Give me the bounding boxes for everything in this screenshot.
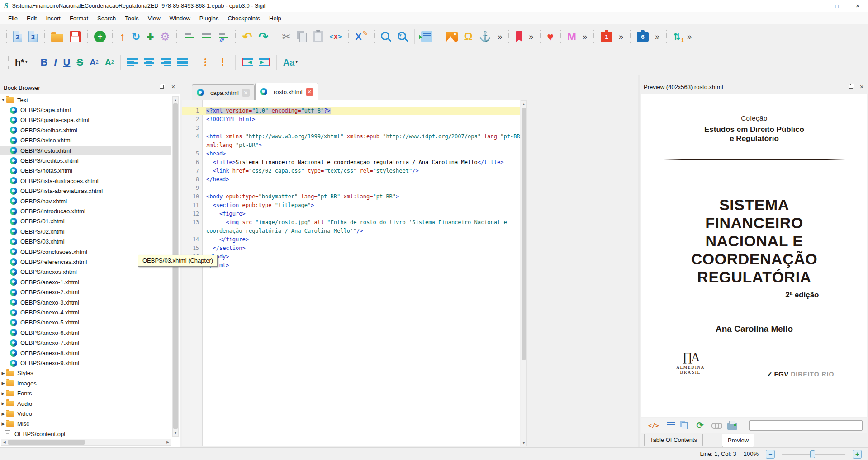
open-folder-icon[interactable] bbox=[51, 34, 63, 42]
overflow-chevron-icon[interactable]: » bbox=[687, 33, 692, 41]
split-at-cursor-icon[interactable] bbox=[184, 32, 194, 42]
close-icon[interactable]: ✕ bbox=[847, 0, 868, 12]
new-epub2-button[interactable]: 2 bbox=[13, 31, 22, 42]
paste-icon[interactable] bbox=[313, 31, 323, 42]
tree-item-oebps-orelhas-xhtml[interactable]: OEBPS/orelhas.xhtml bbox=[0, 125, 171, 135]
menu-insert[interactable]: Insert bbox=[41, 13, 65, 23]
tree-item-oebps-content-opf[interactable]: OEBPS/content.opf bbox=[0, 429, 171, 439]
find-icon[interactable] bbox=[381, 32, 391, 42]
menu-file[interactable]: File bbox=[4, 13, 22, 23]
tree-item-oebps-anexo-1-xhtml[interactable]: OEBPS/anexo-1.xhtml bbox=[0, 277, 171, 287]
tree-item-fonts[interactable]: ▶Fonts bbox=[0, 389, 171, 399]
tree-item-oebps-capa-xhtml[interactable]: OEBPS/capa.xhtml bbox=[0, 105, 171, 115]
print-icon[interactable] bbox=[727, 423, 737, 430]
copy-doc-icon[interactable] bbox=[680, 421, 688, 429]
tree-item-oebps-anexo-9-xhtml[interactable]: OEBPS/anexo-9.xhtml bbox=[0, 358, 171, 368]
collapse-arrow-icon[interactable]: ▶ bbox=[0, 422, 6, 426]
menu-view[interactable]: View bbox=[143, 13, 165, 23]
collapse-arrow-icon[interactable]: ▶ bbox=[0, 371, 6, 376]
scroll-up-arrow-icon[interactable]: ▲ bbox=[521, 101, 526, 107]
new-epub3-button[interactable]: 3 bbox=[28, 31, 38, 42]
overflow-chevron-icon[interactable]: » bbox=[498, 33, 502, 41]
link-icon[interactable] bbox=[711, 422, 722, 428]
cut-icon[interactable]: ✂ bbox=[282, 31, 291, 42]
editor-vscrollbar[interactable]: ▲ ▼ bbox=[521, 100, 527, 446]
dock-close-icon[interactable]: ✕ bbox=[858, 84, 865, 90]
outdent-button[interactable]: ◀ bbox=[242, 58, 253, 66]
tree-item-oebps-introducao-xhtml[interactable]: OEBPS/introducao.xhtml bbox=[0, 206, 171, 216]
preview-input[interactable] bbox=[749, 420, 863, 431]
menu-plugins[interactable]: Plugins bbox=[195, 13, 223, 23]
reports-icon[interactable] bbox=[421, 31, 432, 42]
tree-item-oebps-nav-xhtml[interactable]: OEBPS/nav.xhtml bbox=[0, 196, 171, 206]
copy-icon[interactable] bbox=[297, 31, 307, 42]
scroll-down-arrow-icon[interactable]: ▼ bbox=[173, 430, 178, 436]
tree-item-oebps-lista-ilustracoes-xhtml[interactable]: OEBPS/lista-ilustracoes.xhtml bbox=[0, 176, 171, 186]
select-lines-icon[interactable] bbox=[667, 422, 675, 429]
tab-table-of-contents[interactable]: Table Of Contents bbox=[644, 434, 703, 446]
special-character-icon[interactable]: Ω bbox=[464, 31, 473, 42]
undo-icon[interactable]: ↶ bbox=[242, 31, 252, 42]
book-browser-hscrollbar[interactable]: ◀ ▶ bbox=[1, 439, 171, 446]
tree-item-oebps-rosto-xhtml[interactable]: OEBPS/rosto.xhtml bbox=[0, 146, 171, 155]
tree-item-images[interactable]: ▶Images bbox=[0, 378, 171, 388]
tree-item-oebps-03-xhtml[interactable]: OEBPS/03.xhtml bbox=[0, 237, 171, 247]
expand-arrow-icon[interactable]: ▼ bbox=[0, 98, 6, 102]
insert-plus-icon[interactable]: ✚ bbox=[147, 33, 154, 41]
overflow-chevron-icon[interactable]: » bbox=[583, 33, 587, 41]
indent-button[interactable]: ▶ bbox=[259, 58, 270, 66]
menu-search[interactable]: Search bbox=[93, 13, 120, 23]
overflow-chevron-icon[interactable]: » bbox=[655, 33, 659, 41]
maximize-icon[interactable]: □ bbox=[826, 0, 847, 12]
tree-item-oebps-anexo-5-xhtml[interactable]: OEBPS/anexo-5.xhtml bbox=[0, 318, 171, 328]
tab-close-icon[interactable]: ✕ bbox=[242, 89, 250, 97]
redo-icon[interactable]: ↷ bbox=[259, 31, 269, 42]
tree-item-misc[interactable]: ▶Misc bbox=[0, 419, 171, 429]
tab-preview[interactable]: Preview bbox=[722, 434, 754, 447]
italic-button[interactable]: I bbox=[54, 57, 57, 67]
gear-icon[interactable]: ⚙ bbox=[160, 31, 170, 42]
code-tag-icon[interactable]: <x> bbox=[329, 33, 342, 41]
align-center-button[interactable] bbox=[144, 58, 154, 66]
bold-button[interactable]: B bbox=[41, 57, 48, 67]
change-case-button[interactable]: Aa▾ bbox=[283, 58, 298, 67]
tree-item-oebps-anexo-4-xhtml[interactable]: OEBPS/anexo-4.xhtml bbox=[0, 307, 171, 317]
anchor-icon[interactable]: ⚓ bbox=[479, 32, 491, 42]
underline-button[interactable]: U bbox=[63, 57, 71, 67]
tree-item-oebps-anexo-3-xhtml[interactable]: OEBPS/anexo-3.xhtml bbox=[0, 297, 171, 307]
tree-item-oebps-02-xhtml[interactable]: OEBPS/02.xhtml bbox=[0, 226, 171, 236]
tree-item-text[interactable]: ▼Text bbox=[0, 95, 171, 105]
align-left-button[interactable] bbox=[127, 58, 138, 66]
tree-item-oebps-01-xhtml[interactable]: OEBPS/01.xhtml bbox=[0, 216, 171, 226]
superscript-button[interactable]: A2 bbox=[105, 58, 114, 66]
dock-float-icon[interactable] bbox=[158, 84, 165, 90]
save-icon[interactable] bbox=[70, 31, 81, 42]
scroll-up-arrow-icon[interactable]: ▲ bbox=[173, 97, 178, 103]
collapse-arrow-icon[interactable]: ▶ bbox=[0, 391, 6, 396]
split-marker-icon[interactable]: /// bbox=[218, 32, 229, 42]
tree-item-oebps-lista-abreviaturas-xhtml[interactable]: OEBPS/lista-abreviaturas.xhtml bbox=[0, 186, 171, 196]
menu-help[interactable]: Help bbox=[265, 13, 286, 23]
menu-checkpoints[interactable]: Checkpoints bbox=[223, 13, 265, 23]
tab-rosto-xhtml[interactable]: rosto.xhtml ✕ bbox=[255, 83, 318, 100]
align-right-button[interactable] bbox=[161, 58, 171, 66]
tree-item-oebps-anexos-xhtml[interactable]: OEBPS/anexos.xhtml bbox=[0, 267, 171, 277]
heart-icon[interactable]: ♥ bbox=[547, 31, 554, 42]
tree-item-oebps-creditos-xhtml[interactable]: OEBPS/creditos.xhtml bbox=[0, 155, 171, 165]
add-existing-files-icon[interactable]: + bbox=[94, 31, 106, 42]
menu-format[interactable]: Format bbox=[65, 13, 93, 23]
tree-item-oebps-notas-xhtml[interactable]: OEBPS/notas.xhtml bbox=[0, 166, 171, 176]
zoom-slider[interactable] bbox=[782, 450, 845, 459]
inspect-code-icon[interactable]: </> bbox=[648, 422, 659, 428]
mail-m-icon[interactable]: M bbox=[567, 31, 576, 42]
overflow-chevron-icon[interactable]: » bbox=[619, 33, 623, 41]
heading-select[interactable]: h*▾ bbox=[15, 57, 28, 67]
plugin-6-icon[interactable]: 6 bbox=[637, 32, 649, 42]
scrollbar-thumb[interactable] bbox=[522, 108, 526, 360]
scroll-down-arrow-icon[interactable]: ▼ bbox=[521, 440, 526, 446]
tree-item-oebps-anexo-6-xhtml[interactable]: OEBPS/anexo-6.xhtml bbox=[0, 328, 171, 338]
tree-item-oebps-aviso-xhtml[interactable]: OEBPS/aviso.xhtml bbox=[0, 136, 171, 146]
split-section-icon[interactable] bbox=[201, 32, 212, 42]
insert-image-icon[interactable] bbox=[446, 32, 458, 42]
tab-capa-xhtml[interactable]: capa.xhtml ✕ bbox=[192, 84, 255, 100]
